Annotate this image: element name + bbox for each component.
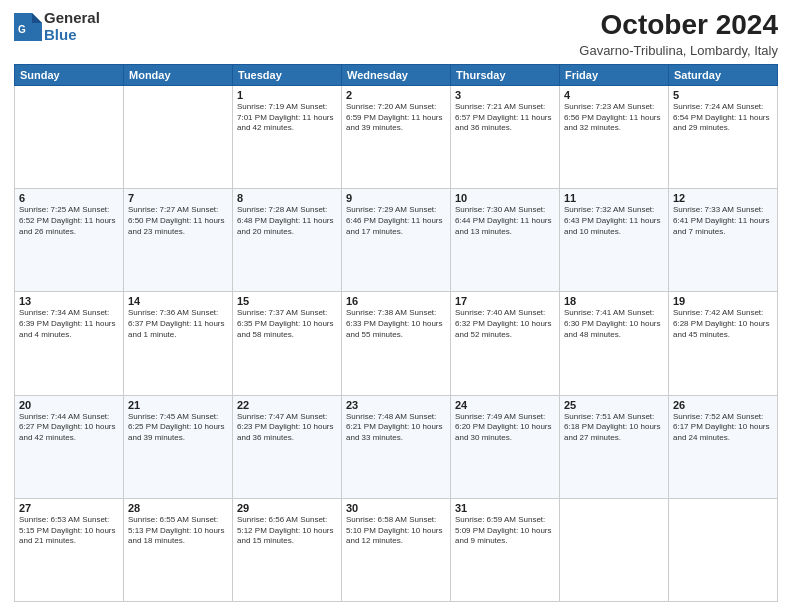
header-thursday: Thursday: [451, 64, 560, 85]
day-info: Sunrise: 7:42 AM Sunset: 6:28 PM Dayligh…: [673, 308, 773, 340]
logo: G General Blue: [14, 10, 100, 43]
day-number: 2: [346, 89, 446, 101]
day-number: 11: [564, 192, 664, 204]
table-cell: 26Sunrise: 7:52 AM Sunset: 6:17 PM Dayli…: [669, 395, 778, 498]
day-number: 10: [455, 192, 555, 204]
day-number: 17: [455, 295, 555, 307]
location-title: Gavarno-Tribulina, Lombardy, Italy: [579, 43, 778, 58]
title-block: October 2024 Gavarno-Tribulina, Lombardy…: [579, 10, 778, 58]
table-cell: 14Sunrise: 7:36 AM Sunset: 6:37 PM Dayli…: [124, 292, 233, 395]
day-info: Sunrise: 7:25 AM Sunset: 6:52 PM Dayligh…: [19, 205, 119, 237]
table-cell: [15, 85, 124, 188]
day-number: 12: [673, 192, 773, 204]
table-cell: 16Sunrise: 7:38 AM Sunset: 6:33 PM Dayli…: [342, 292, 451, 395]
table-cell: 19Sunrise: 7:42 AM Sunset: 6:28 PM Dayli…: [669, 292, 778, 395]
table-cell: 17Sunrise: 7:40 AM Sunset: 6:32 PM Dayli…: [451, 292, 560, 395]
table-cell: 9Sunrise: 7:29 AM Sunset: 6:46 PM Daylig…: [342, 189, 451, 292]
day-number: 5: [673, 89, 773, 101]
table-cell: [124, 85, 233, 188]
table-cell: 20Sunrise: 7:44 AM Sunset: 6:27 PM Dayli…: [15, 395, 124, 498]
day-number: 15: [237, 295, 337, 307]
svg-marker-1: [32, 13, 42, 23]
day-number: 23: [346, 399, 446, 411]
day-number: 29: [237, 502, 337, 514]
header-wednesday: Wednesday: [342, 64, 451, 85]
table-cell: 23Sunrise: 7:48 AM Sunset: 6:21 PM Dayli…: [342, 395, 451, 498]
day-number: 3: [455, 89, 555, 101]
page: G General Blue October 2024 Gavarno-Trib…: [0, 0, 792, 612]
day-number: 22: [237, 399, 337, 411]
logo-icon: G: [14, 13, 42, 41]
day-number: 24: [455, 399, 555, 411]
logo-text: General Blue: [44, 10, 100, 43]
day-number: 30: [346, 502, 446, 514]
header-tuesday: Tuesday: [233, 64, 342, 85]
day-info: Sunrise: 7:48 AM Sunset: 6:21 PM Dayligh…: [346, 412, 446, 444]
day-info: Sunrise: 7:32 AM Sunset: 6:43 PM Dayligh…: [564, 205, 664, 237]
table-cell: 1Sunrise: 7:19 AM Sunset: 7:01 PM Daylig…: [233, 85, 342, 188]
day-number: 28: [128, 502, 228, 514]
table-cell: 18Sunrise: 7:41 AM Sunset: 6:30 PM Dayli…: [560, 292, 669, 395]
day-number: 13: [19, 295, 119, 307]
header: G General Blue October 2024 Gavarno-Trib…: [14, 10, 778, 58]
day-info: Sunrise: 7:23 AM Sunset: 6:56 PM Dayligh…: [564, 102, 664, 134]
day-number: 20: [19, 399, 119, 411]
day-info: Sunrise: 7:49 AM Sunset: 6:20 PM Dayligh…: [455, 412, 555, 444]
weekday-header-row: Sunday Monday Tuesday Wednesday Thursday…: [15, 64, 778, 85]
day-info: Sunrise: 6:59 AM Sunset: 5:09 PM Dayligh…: [455, 515, 555, 547]
day-info: Sunrise: 7:47 AM Sunset: 6:23 PM Dayligh…: [237, 412, 337, 444]
day-info: Sunrise: 7:27 AM Sunset: 6:50 PM Dayligh…: [128, 205, 228, 237]
day-info: Sunrise: 7:44 AM Sunset: 6:27 PM Dayligh…: [19, 412, 119, 444]
day-info: Sunrise: 7:34 AM Sunset: 6:39 PM Dayligh…: [19, 308, 119, 340]
day-info: Sunrise: 7:51 AM Sunset: 6:18 PM Dayligh…: [564, 412, 664, 444]
table-cell: 12Sunrise: 7:33 AM Sunset: 6:41 PM Dayli…: [669, 189, 778, 292]
day-info: Sunrise: 6:58 AM Sunset: 5:10 PM Dayligh…: [346, 515, 446, 547]
day-info: Sunrise: 6:55 AM Sunset: 5:13 PM Dayligh…: [128, 515, 228, 547]
day-info: Sunrise: 7:29 AM Sunset: 6:46 PM Dayligh…: [346, 205, 446, 237]
table-cell: 21Sunrise: 7:45 AM Sunset: 6:25 PM Dayli…: [124, 395, 233, 498]
day-info: Sunrise: 7:21 AM Sunset: 6:57 PM Dayligh…: [455, 102, 555, 134]
week-row-3: 20Sunrise: 7:44 AM Sunset: 6:27 PM Dayli…: [15, 395, 778, 498]
table-cell: 7Sunrise: 7:27 AM Sunset: 6:50 PM Daylig…: [124, 189, 233, 292]
calendar-table: Sunday Monday Tuesday Wednesday Thursday…: [14, 64, 778, 602]
day-info: Sunrise: 7:20 AM Sunset: 6:59 PM Dayligh…: [346, 102, 446, 134]
table-cell: 22Sunrise: 7:47 AM Sunset: 6:23 PM Dayli…: [233, 395, 342, 498]
header-sunday: Sunday: [15, 64, 124, 85]
week-row-4: 27Sunrise: 6:53 AM Sunset: 5:15 PM Dayli…: [15, 498, 778, 601]
table-cell: 4Sunrise: 7:23 AM Sunset: 6:56 PM Daylig…: [560, 85, 669, 188]
table-cell: 15Sunrise: 7:37 AM Sunset: 6:35 PM Dayli…: [233, 292, 342, 395]
table-cell: 27Sunrise: 6:53 AM Sunset: 5:15 PM Dayli…: [15, 498, 124, 601]
day-info: Sunrise: 7:37 AM Sunset: 6:35 PM Dayligh…: [237, 308, 337, 340]
day-number: 8: [237, 192, 337, 204]
day-number: 19: [673, 295, 773, 307]
header-saturday: Saturday: [669, 64, 778, 85]
day-info: Sunrise: 7:45 AM Sunset: 6:25 PM Dayligh…: [128, 412, 228, 444]
logo-blue-text: Blue: [44, 27, 100, 44]
day-number: 4: [564, 89, 664, 101]
day-number: 16: [346, 295, 446, 307]
day-info: Sunrise: 7:33 AM Sunset: 6:41 PM Dayligh…: [673, 205, 773, 237]
table-cell: [669, 498, 778, 601]
day-number: 31: [455, 502, 555, 514]
day-number: 9: [346, 192, 446, 204]
day-number: 25: [564, 399, 664, 411]
table-cell: 29Sunrise: 6:56 AM Sunset: 5:12 PM Dayli…: [233, 498, 342, 601]
day-info: Sunrise: 6:56 AM Sunset: 5:12 PM Dayligh…: [237, 515, 337, 547]
week-row-2: 13Sunrise: 7:34 AM Sunset: 6:39 PM Dayli…: [15, 292, 778, 395]
table-cell: 11Sunrise: 7:32 AM Sunset: 6:43 PM Dayli…: [560, 189, 669, 292]
day-number: 6: [19, 192, 119, 204]
table-cell: 24Sunrise: 7:49 AM Sunset: 6:20 PM Dayli…: [451, 395, 560, 498]
month-title: October 2024: [579, 10, 778, 41]
day-number: 27: [19, 502, 119, 514]
day-info: Sunrise: 7:24 AM Sunset: 6:54 PM Dayligh…: [673, 102, 773, 134]
svg-text:G: G: [18, 24, 26, 35]
day-info: Sunrise: 7:30 AM Sunset: 6:44 PM Dayligh…: [455, 205, 555, 237]
table-cell: 31Sunrise: 6:59 AM Sunset: 5:09 PM Dayli…: [451, 498, 560, 601]
table-cell: 2Sunrise: 7:20 AM Sunset: 6:59 PM Daylig…: [342, 85, 451, 188]
header-monday: Monday: [124, 64, 233, 85]
day-number: 7: [128, 192, 228, 204]
day-info: Sunrise: 7:19 AM Sunset: 7:01 PM Dayligh…: [237, 102, 337, 134]
table-cell: 10Sunrise: 7:30 AM Sunset: 6:44 PM Dayli…: [451, 189, 560, 292]
day-info: Sunrise: 7:52 AM Sunset: 6:17 PM Dayligh…: [673, 412, 773, 444]
day-info: Sunrise: 7:41 AM Sunset: 6:30 PM Dayligh…: [564, 308, 664, 340]
